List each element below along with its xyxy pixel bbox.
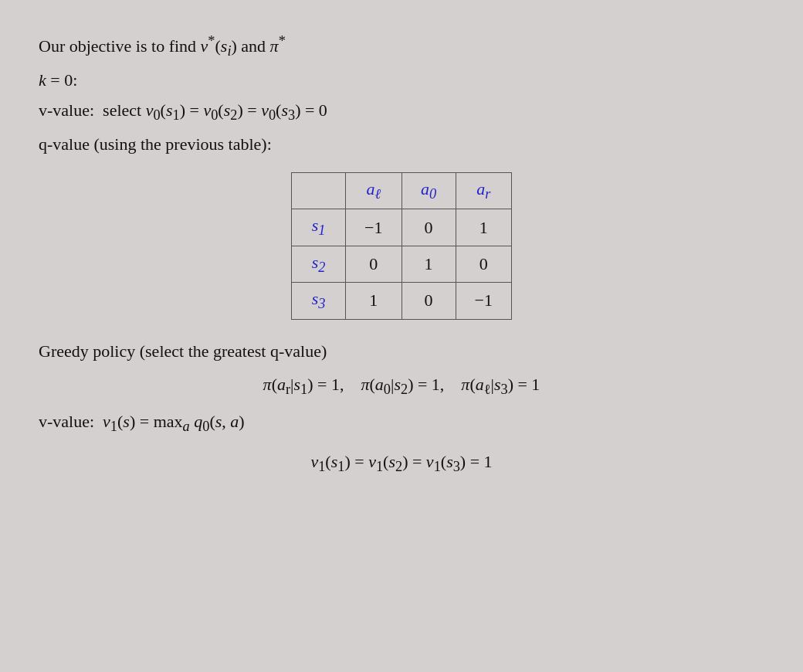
- line-objective: Our objective is to find v*(si) and π*: [39, 31, 764, 63]
- line-vvalue-formula: v-value: v1(s) = maxa q0(s, a): [39, 409, 764, 438]
- table-cell-s3-ar: −1: [456, 283, 511, 319]
- line-vvalue-init: v-value: select v0(s1) = v0(s2) = v0(s3)…: [39, 97, 764, 127]
- line-policy-values: π(ar|s1) = 1, π(a0|s2) = 1, π(aℓ|s3) = 1: [39, 375, 764, 398]
- table-corner: [292, 173, 346, 209]
- table-row-s2-label: s2: [292, 246, 346, 282]
- q-value-table: aℓ a0 ar s1 −1 0 1 s2 0 1 0 s3 1 0 −1: [39, 172, 764, 320]
- table-header-al: aℓ: [346, 173, 402, 209]
- line-greedy-policy: Greedy policy (select the greatest q-val…: [39, 338, 764, 364]
- table-header-a0: a0: [402, 173, 456, 209]
- table-row-s1-label: s1: [292, 209, 346, 246]
- line-vvalue-result: v1(s1) = v1(s2) = v1(s3) = 1: [39, 452, 764, 475]
- table-cell-s3-al: 1: [346, 283, 402, 319]
- table-cell-s1-al: −1: [346, 209, 402, 246]
- table-row-s3-label: s3: [292, 283, 346, 319]
- table-cell-s2-ar: 0: [456, 246, 511, 282]
- table-cell-s2-a0: 1: [402, 246, 456, 282]
- table-cell-s1-ar: 1: [456, 209, 511, 246]
- table-cell-s1-a0: 0: [402, 209, 456, 246]
- table-cell-s2-al: 0: [346, 246, 402, 282]
- table-cell-s3-a0: 0: [402, 283, 456, 319]
- line-qvalue-header: q-value (using the previous table):: [39, 131, 764, 157]
- table-header-ar: ar: [456, 173, 511, 209]
- line-k: k = 0:: [39, 67, 764, 93]
